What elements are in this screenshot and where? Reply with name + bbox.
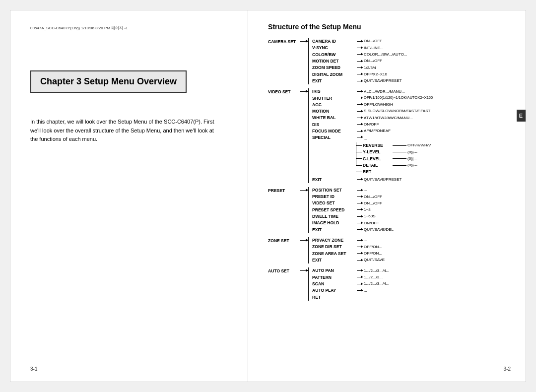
video-set-label: VIDEO SET — [268, 88, 300, 95]
special-sub: REVERSE OFF/H/V/H/V Y-LEVEL (0)|--- — [356, 142, 433, 176]
auto-set-label: AUTO SET — [268, 267, 300, 274]
chapter-box: Chapter 3 Setup Menu Overview — [30, 70, 187, 93]
page-spread: 00547A_SCC-C6407P(Eng) 1/10/06 8:20 PM 페… — [10, 10, 526, 382]
zone-set-label: ZONE SET — [268, 237, 300, 244]
zone-set-items: PRIVACY ZONE... ZONE DIR SETOFF/ON... ZO… — [308, 237, 385, 263]
auto-set-items: AUTO PAN1.../2.../3.../4... PATTERN1.../… — [308, 267, 389, 301]
video-set-section: VIDEO SET IRISALC.../WDR.../MANU... SHUT… — [268, 88, 511, 183]
chapter-title: Chapter 3 Setup Menu Overview — [40, 76, 177, 87]
auto-set-section: AUTO SET AUTO PAN1.../2.../3.../4... PAT… — [268, 267, 511, 301]
preset-section: PRESET POSITION SET... PRESET IDON.../OF… — [268, 187, 511, 233]
page-number-left: 3-1 — [30, 366, 37, 372]
camera-set-label: CAMERA SET — [268, 38, 300, 45]
zone-set-section: ZONE SET PRIVACY ZONE... ZONE DIR SETOFF… — [268, 237, 511, 263]
camera-set-section: CAMERA SET CAMERA IDON.../OFF V-SYNCINT/… — [268, 38, 511, 84]
e-tab: E — [517, 110, 526, 122]
video-set-items: IRISALC.../WDR.../MANU... SHUTTEROFF/1/1… — [308, 88, 433, 183]
structure-title: Structure of the Setup Menu — [268, 23, 511, 31]
menu-tree: CAMERA SET CAMERA IDON.../OFF V-SYNCINT/… — [268, 38, 511, 301]
file-meta: 00547A_SCC-C6407P(Eng) 1/10/06 8:20 PM 페… — [30, 25, 228, 31]
camera-set-items: CAMERA IDON.../OFF V-SYNCINT/LINE... COL… — [308, 38, 407, 84]
left-page: 00547A_SCC-C6407P(Eng) 1/10/06 8:20 PM 페… — [10, 10, 248, 382]
preset-items: POSITION SET... PRESET IDON.../OFF VIDEO… — [308, 187, 394, 233]
chapter-intro: In this chapter, we will look over the S… — [30, 118, 219, 144]
preset-label: PRESET — [268, 187, 300, 194]
page-number-right: 3-2 — [504, 366, 511, 372]
right-page: E Structure of the Setup Menu CAMERA SET… — [248, 10, 526, 382]
